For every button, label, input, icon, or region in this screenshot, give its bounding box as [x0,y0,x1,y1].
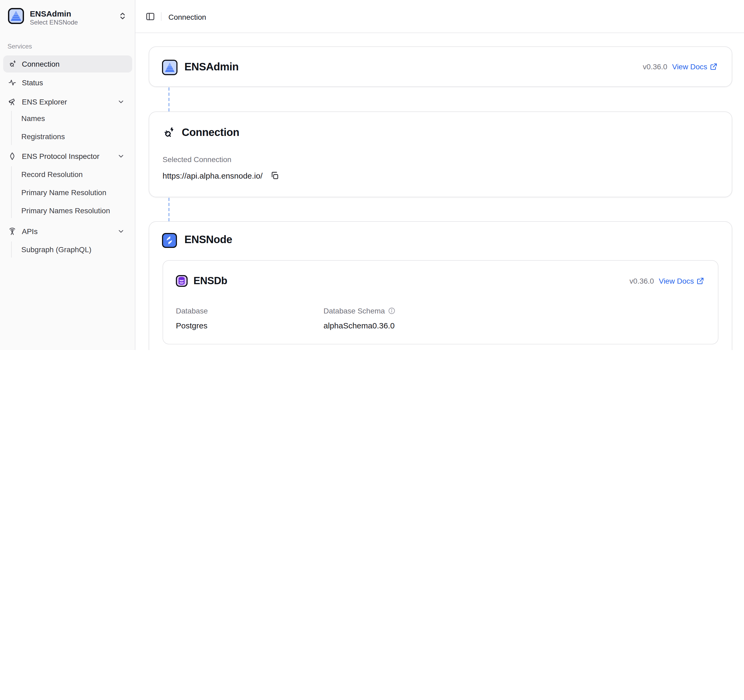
card-title: Connection [182,127,239,139]
topbar: Connection [135,0,744,33]
chevron-down-icon[interactable] [117,152,125,160]
ensadmin-logo-icon [8,8,24,24]
connector-line [168,88,170,112]
telescope-icon [8,98,16,106]
tree-guide-line [11,111,12,145]
selected-connection-label: Selected Connection [162,155,231,164]
ensadmin-app-icon [162,60,177,75]
connection-card: Connection Selected Connection https://a… [149,112,732,197]
database-label: Database [176,307,208,315]
tree-guide-line [11,241,12,258]
breadcrumb: Connection [168,13,206,21]
chevron-down-icon[interactable] [117,228,125,235]
sidebar-item-primary-names-resolution[interactable]: Primary Names Resolution [21,202,128,219]
view-docs-link[interactable]: View Docs [659,277,704,285]
ensadmin-card: ENSAdmin v0.36.0 View Docs [149,46,732,87]
radio-tower-icon [8,227,16,236]
database-schema-label: Database Schema [323,307,396,315]
chevrons-up-down-icon [118,12,127,20]
sidebar-item-label: APIs [22,227,37,236]
ensnode-app-icon [162,233,177,248]
database-schema-value: alphaSchema0.36.0 [323,321,395,330]
version-label: v0.36.0 [643,63,667,71]
app-title: ENSAdmin [30,9,71,18]
ensnode-card: ENSNode ENSDb v0.36.0 View Docs [149,221,732,350]
ensdb-card: ENSDb v0.36.0 View Docs Database Postgre… [162,260,719,344]
version-label: v0.36.0 [629,277,654,285]
sidebar-item-subgraph-graphql[interactable]: Subgraph (GraphQL) [21,241,128,258]
info-icon[interactable] [388,307,396,314]
unplug-icon [162,127,175,139]
sidebar-item-apis[interactable]: APIs [3,223,132,240]
external-link-icon [710,63,717,70]
view-docs-link[interactable]: View Docs [672,63,717,71]
sidebar: ENSAdmin Select ENSNode Services Connect… [0,0,135,350]
sidebar-item-ens-protocol-inspector[interactable]: ENS Protocol Inspector [3,148,132,165]
sidebar-section-label: Services [7,43,32,50]
sidebar-item-record-resolution[interactable]: Record Resolution [21,166,128,183]
ensnode-selector[interactable]: ENSAdmin Select ENSNode [0,0,135,32]
sidebar-item-connection[interactable]: Connection [3,55,132,73]
divider [161,12,161,21]
database-value: Postgres [176,321,207,330]
sidebar-item-ens-explorer[interactable]: ENS Explorer [3,93,132,110]
connection-url: https://api.alpha.ensnode.io/ [162,171,262,180]
card-title: ENSAdmin [185,61,239,73]
tree-guide-line [11,166,12,218]
chevron-down-icon[interactable] [117,98,125,106]
sidebar-item-label: ENS Protocol Inspector [22,152,100,161]
sidebar-item-label: Status [22,78,43,87]
ens-diamond-icon [8,152,16,161]
sidebar-toggle-icon[interactable] [146,12,155,21]
sidebar-item-primary-name-resolution[interactable]: Primary Name Resolution [21,184,128,201]
app-subtitle: Select ENSNode [30,19,78,26]
sidebar-item-registrations[interactable]: Registrations [21,128,128,145]
sidebar-item-label: ENS Explorer [22,98,67,106]
connector-line [168,198,170,221]
sidebar-item-label: Connection [22,60,60,68]
unplug-icon [8,60,16,68]
card-title: ENSNode [185,234,232,246]
ensadmin-app: ENSAdmin Select ENSNode Services Connect… [0,0,744,350]
activity-icon [8,78,16,87]
copy-icon[interactable] [270,171,279,180]
sidebar-item-status[interactable]: Status [3,74,132,91]
external-link-icon [696,277,704,285]
sidebar-item-names[interactable]: Names [21,110,128,127]
card-title: ENSDb [193,275,227,287]
ensdb-app-icon [176,275,187,287]
